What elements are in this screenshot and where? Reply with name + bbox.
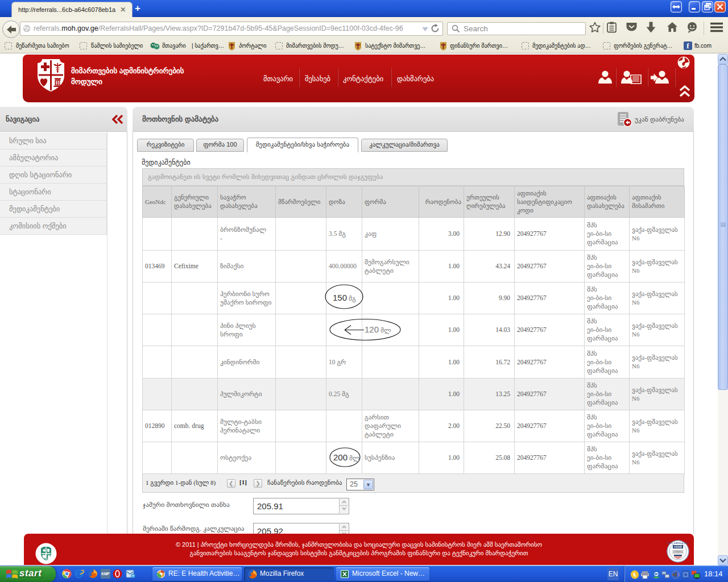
svg-text:UNITED STATES AGENCY: UNITED STATES AGENCY [667, 542, 689, 544]
svg-text:USAID: USAID [674, 546, 682, 548]
